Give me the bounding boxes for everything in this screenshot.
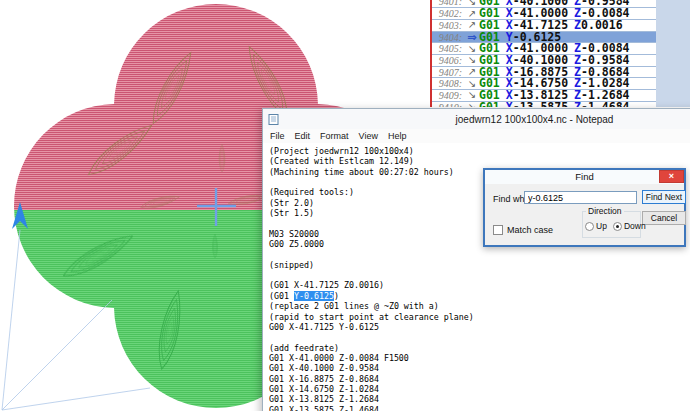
direction-down-radio[interactable]: Down (613, 221, 646, 231)
notepad-line: (G01 Y-0.6125) (269, 291, 690, 301)
gcode-line-number: 9402: (432, 8, 465, 19)
gcode-line-number: 9406: (432, 55, 465, 66)
direction-down-label: Down (624, 221, 646, 231)
radio-up-icon (585, 222, 594, 231)
notepad-line (269, 249, 690, 259)
notepad-line: (add feedrate) (269, 343, 690, 353)
direction-icon-se: ↘ (465, 90, 479, 100)
gcode-line-number: 9403: (432, 20, 465, 31)
notepad-line: G01 X-13.5875 Z-1.4684 (269, 405, 690, 411)
gcode-line-number: 9405: (432, 43, 465, 54)
menu-item-help[interactable]: Help (383, 131, 412, 141)
selected-text: Y-0.6125 (294, 291, 334, 301)
gcode-panel-left-border (430, 0, 432, 107)
find-next-button[interactable]: Find Next (642, 190, 686, 204)
direction-group: Direction Up Down (582, 211, 641, 238)
gcode-panel-gutter (656, 0, 690, 107)
match-case-label: Match case (507, 225, 553, 235)
gcode-line-number: 9410: (432, 102, 465, 107)
direction-icon-ne: ↗ (465, 20, 479, 30)
gcode-list-panel: 9401:↘G01X-40.1000Z-0.95849402:↗G01X-41.… (430, 0, 690, 107)
cancel-button[interactable]: Cancel (642, 211, 686, 225)
notepad-line: G01 X-14.6750 Z-1.0284 (269, 384, 690, 394)
notepad-line: (Project joedwrn12 100x100x4) (269, 146, 690, 156)
notepad-line: G01 X-40.1000 Z-0.9584 (269, 363, 690, 373)
direction-icon-se: ↘ (465, 0, 479, 7)
direction-icon-se: ↘ (465, 44, 479, 54)
notepad-menubar: FileEditFormatViewHelp (263, 129, 690, 143)
find-what-input[interactable] (524, 191, 637, 204)
direction-up-radio[interactable]: Up (585, 221, 607, 231)
notepad-window: joedwrn12 100x100x4.nc - Notepad FileEdi… (262, 108, 690, 411)
radio-down-icon (613, 222, 622, 231)
direction-icon-ne: ↗ (465, 67, 479, 77)
notepad-line: (replace 2 G01 lines @ ~Z0 with a) (269, 301, 690, 311)
notepad-line: (rapid to start point at clearance plane… (269, 312, 690, 322)
menu-item-view[interactable]: View (354, 131, 383, 141)
find-dialog-title: Find (485, 171, 684, 182)
direction-icon-ne: ↗ (465, 9, 479, 19)
notepad-line: (Created with Estlcam 12.149) (269, 156, 690, 166)
notepad-line: G00 X-41.7125 Y-0.6125 (269, 322, 690, 332)
notepad-line: G01 X-41.0000 Z-0.0084 F1500 (269, 353, 690, 363)
notepad-line: (snipped) (269, 260, 690, 270)
notepad-line: G01 X-13.8125 Z-1.2684 (269, 394, 690, 404)
menu-item-edit[interactable]: Edit (290, 131, 316, 141)
direction-up-label: Up (596, 221, 607, 231)
gcode-line-number: 9407: (432, 67, 465, 78)
menu-item-format[interactable]: Format (315, 131, 354, 141)
menu-item-file[interactable]: File (265, 131, 290, 141)
direction-icon-se: ↘ (465, 55, 479, 65)
gcode-command: G01X-13.5875Z-1.4684 (479, 102, 630, 107)
notepad-icon (268, 114, 279, 125)
notepad-line: (G01 X-41.7125 Z0.0016) (269, 280, 690, 290)
gcode-line-number: 9404: (432, 32, 465, 43)
notepad-titlebar[interactable]: joedwrn12 100x100x4.nc - Notepad (263, 109, 690, 129)
notepad-line (269, 332, 690, 342)
gcode-row[interactable]: 9410:↘G01X-13.5875Z-1.4684 (432, 102, 656, 107)
gcode-line-number: 9401: (432, 0, 465, 7)
close-icon[interactable]: × (659, 170, 684, 183)
gcode-line-number: 9408: (432, 78, 465, 89)
checkbox-icon (493, 225, 503, 235)
notepad-window-title: joedwrn12 100x100x4.nc - Notepad (263, 114, 690, 125)
match-case-option[interactable]: Match case (493, 225, 553, 235)
direction-icon-rt: ⇒ (465, 32, 479, 42)
direction-group-label: Direction (586, 206, 624, 216)
find-dialog-titlebar[interactable]: Find × (485, 170, 684, 184)
notepad-line: G01 X-16.8875 Z-0.8684 (269, 374, 690, 384)
notepad-line (269, 270, 690, 280)
find-dialog: Find × Find what: Find Next Cancel Direc… (483, 168, 686, 247)
gcode-line-number: 9409: (432, 90, 465, 101)
direction-icon-se: ↘ (465, 79, 479, 89)
gcode-rows: 9401:↘G01X-40.1000Z-0.95849402:↗G01X-41.… (432, 0, 656, 107)
direction-icon-se: ↘ (465, 102, 479, 107)
